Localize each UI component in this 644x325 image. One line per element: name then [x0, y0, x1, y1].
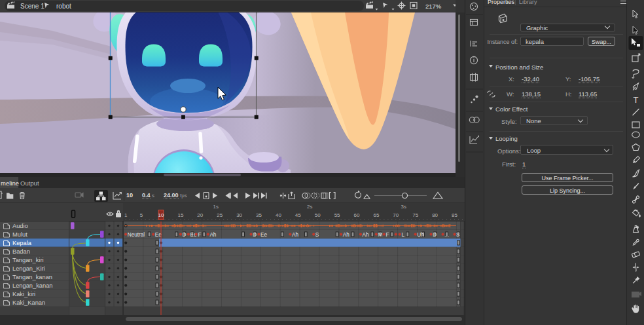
svg-text:5: 5 [140, 212, 143, 218]
svg-text:Lengan_kanan: Lengan_kanan [12, 282, 53, 289]
svg-text:75: 75 [412, 212, 418, 218]
svg-text:45: 45 [295, 212, 301, 218]
svg-text:35: 35 [256, 212, 262, 218]
svg-text:1s: 1s [213, 204, 218, 210]
svg-text:30: 30 [236, 212, 242, 218]
svg-text:60: 60 [354, 212, 360, 218]
svg-text:Tangan_kiri: Tangan_kiri [12, 257, 44, 263]
svg-text:Uh: Uh [417, 232, 424, 238]
svg-text:S: S [456, 232, 460, 238]
svg-text:Kaki_Kanan: Kaki_Kanan [12, 299, 45, 306]
svg-text:D: D [183, 232, 187, 238]
svg-text:65: 65 [373, 212, 379, 218]
svg-text:Audio: Audio [12, 223, 28, 229]
svg-text:T: T [634, 95, 639, 105]
svg-text:F: F [386, 232, 389, 238]
svg-text:15: 15 [177, 212, 183, 218]
svg-text:M: M [378, 232, 383, 238]
svg-text:Ah: Ah [209, 232, 216, 238]
svg-text:Mulut: Mulut [12, 231, 27, 238]
svg-text:10: 10 [158, 212, 164, 218]
svg-text:L: L [401, 232, 404, 238]
svg-text:20: 20 [197, 212, 203, 218]
svg-text:Ah: Ah [343, 232, 349, 238]
svg-text:3s: 3s [401, 204, 406, 210]
svg-text:D: D [253, 232, 257, 238]
svg-text:Neutral: Neutral [128, 232, 145, 238]
svg-text:Tangan_kanan: Tangan_kanan [12, 274, 52, 280]
svg-text:1: 1 [124, 212, 128, 218]
svg-text:2s: 2s [307, 204, 312, 210]
svg-text:S: S [315, 232, 319, 238]
svg-text:F: F [198, 232, 201, 238]
svg-text:50: 50 [315, 212, 321, 218]
svg-text:80: 80 [432, 212, 438, 218]
svg-text:...: ... [444, 232, 449, 238]
svg-text:Ah: Ah [363, 232, 369, 238]
svg-text:85: 85 [452, 212, 457, 218]
svg-text:Lengan_Kiri: Lengan_Kiri [12, 265, 45, 272]
svg-text:Ee: Ee [260, 232, 267, 238]
svg-text:25: 25 [217, 212, 223, 218]
svg-text:70: 70 [393, 212, 399, 218]
svg-text:D: D [433, 232, 437, 238]
svg-text:40: 40 [276, 212, 281, 218]
svg-text:Ah: Ah [292, 232, 298, 238]
svg-text:Badan: Badan [12, 248, 30, 255]
svg-text:55: 55 [334, 212, 340, 218]
svg-text:Kaki_kiri: Kaki_kiri [12, 291, 35, 297]
svg-text:Kepala: Kepala [12, 240, 32, 246]
